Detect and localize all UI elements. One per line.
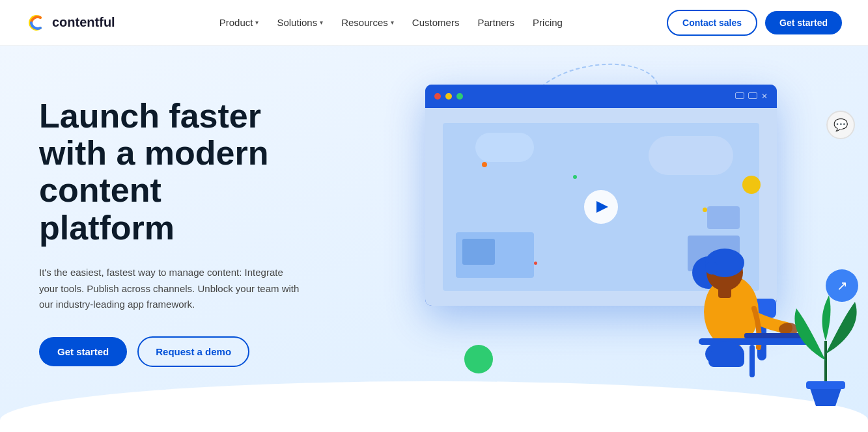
nav-links: Product ▾ Solutions ▾ Resources ▾ Custom…	[219, 17, 563, 29]
nav-item-pricing[interactable]: Pricing	[533, 17, 563, 29]
plant-illustration	[783, 276, 868, 406]
logo-icon	[26, 12, 47, 33]
nav-item-partners[interactable]: Partners	[477, 17, 514, 29]
browser-dot-red	[434, 93, 441, 100]
deco-dot-red	[534, 262, 537, 265]
deco-dot-orange	[482, 162, 487, 167]
navbar: contentful Product ▾ Solutions ▾ Resourc…	[0, 0, 868, 46]
nav-item-resources[interactable]: Resources ▾	[341, 17, 394, 28]
hero-content: Launch faster with a modern content plat…	[0, 59, 339, 419]
svg-rect-8	[718, 288, 731, 298]
chevron-down-icon: ▾	[320, 19, 323, 26]
nav-item-solutions[interactable]: Solutions ▾	[277, 17, 323, 28]
nav-link-customers[interactable]: Customers	[412, 17, 460, 28]
cloud-shape-1	[649, 136, 733, 175]
hero-subtext: It's the easiest, fastest way to manage …	[39, 265, 300, 313]
get-started-nav-button[interactable]: Get started	[765, 11, 842, 34]
notification-icon: 💬	[833, 118, 848, 132]
hero-heading: Launch faster with a modern content plat…	[39, 98, 300, 247]
deco-block-left	[456, 232, 534, 278]
browser-bar: ✕	[425, 85, 777, 108]
chevron-down-icon: ▾	[255, 19, 259, 26]
nav-actions: Contact sales Get started	[667, 10, 842, 36]
deco-notification-badge: 💬	[826, 111, 855, 139]
hero-get-started-button[interactable]: Get started	[39, 337, 127, 366]
deco-dot-green	[573, 175, 577, 179]
browser-ctrl-1	[735, 92, 744, 99]
browser-close-icon: ✕	[761, 92, 768, 100]
nav-link-partners[interactable]: Partners	[477, 17, 514, 28]
logo-text: contentful	[52, 15, 115, 30]
logo-link[interactable]: contentful	[26, 12, 115, 33]
deco-circle-green	[464, 345, 493, 373]
play-triangle-icon	[596, 201, 608, 213]
video-play-button[interactable]	[584, 190, 618, 224]
nav-item-customers[interactable]: Customers	[412, 17, 460, 29]
hero-illustration: ✕	[399, 46, 868, 432]
deco-circle-yellow	[742, 176, 761, 194]
browser-controls: ✕	[735, 92, 768, 100]
browser-dot-yellow	[445, 93, 452, 100]
nav-link-solutions[interactable]: Solutions	[277, 17, 317, 28]
svg-rect-14	[806, 381, 845, 389]
hero-section: Launch faster with a modern content plat…	[0, 46, 868, 432]
cloud-shape-2	[475, 133, 534, 162]
svg-point-7	[705, 262, 718, 275]
hero-request-demo-button[interactable]: Request a demo	[137, 336, 249, 367]
nav-link-product[interactable]: Product	[219, 17, 253, 28]
contact-sales-button[interactable]: Contact sales	[667, 10, 757, 36]
svg-rect-11	[749, 345, 755, 377]
nav-item-product[interactable]: Product ▾	[219, 17, 259, 28]
nav-link-pricing[interactable]: Pricing	[533, 17, 563, 28]
chevron-down-icon: ▾	[391, 19, 394, 26]
browser-ctrl-2	[748, 92, 757, 99]
hero-buttons: Get started Request a demo	[39, 336, 300, 367]
browser-dot-green	[456, 93, 463, 100]
nav-link-resources[interactable]: Resources	[341, 17, 388, 28]
svg-rect-13	[708, 351, 744, 367]
